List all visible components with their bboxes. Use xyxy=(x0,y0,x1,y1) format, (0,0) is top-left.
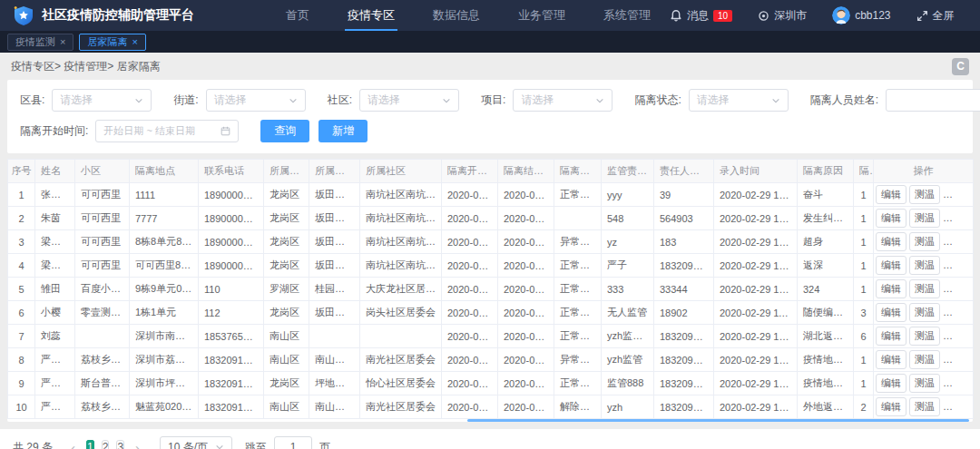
row-temperature-button[interactable]: 测温 xyxy=(909,374,940,393)
column-header: 所属街道 xyxy=(309,160,360,183)
next-page-icon[interactable]: › xyxy=(128,440,147,449)
page-size-select[interactable]: 10 条/页 xyxy=(160,436,232,449)
jump-page-input[interactable] xyxy=(274,436,312,449)
cell: 5 xyxy=(8,278,35,301)
app-logo-shield-icon xyxy=(13,5,34,26)
column-header: 操作 xyxy=(874,160,974,183)
cell: 2020-02-29 12:00:17 xyxy=(714,278,798,301)
jump-suffix-label: 页 xyxy=(319,440,330,449)
cell: 南坑社区南坑居委会 xyxy=(360,207,442,230)
cell: 548 xyxy=(602,207,654,230)
cell: 6 xyxy=(854,325,874,348)
cell: 返深 xyxy=(798,254,854,278)
row-temperature-button[interactable]: 测温 xyxy=(909,256,940,275)
page-button-2[interactable]: 2 xyxy=(102,440,110,449)
menu-item-epidemic-zone[interactable]: 疫情专区 xyxy=(328,0,414,31)
row-temperature-button[interactable]: 测温 xyxy=(909,279,940,298)
cell: 2020-02-28 xyxy=(442,183,498,207)
menu-item-system[interactable]: 系统管理 xyxy=(584,0,670,31)
menu-item-home[interactable]: 首页 xyxy=(267,0,328,31)
cell: 2020-02-29 xyxy=(498,230,554,254)
row-temperature-button[interactable]: 测温 xyxy=(909,209,940,228)
menu-item-business[interactable]: 业务管理 xyxy=(499,0,584,31)
row-temperature-button[interactable]: 测温 xyxy=(909,327,940,346)
row-temperature-button[interactable]: 测温 xyxy=(909,350,940,369)
person-name-input[interactable] xyxy=(886,89,980,112)
row-edit-button[interactable]: 编辑 xyxy=(876,279,906,298)
cell: 6 xyxy=(8,301,35,325)
cell: 2020-02-29 17:51:42 xyxy=(714,395,798,419)
cell: yzh监管 xyxy=(602,348,654,372)
messages-button[interactable]: 消息 10 xyxy=(670,8,732,24)
column-header: 隔离结束日期 xyxy=(498,160,554,183)
county-select[interactable]: 请选择 xyxy=(52,89,152,112)
row-edit-button[interactable]: 编辑 xyxy=(876,209,906,228)
tab-home-quarantine[interactable]: 居家隔离 × xyxy=(79,34,145,51)
cell: 荔枝乡荔枝... xyxy=(75,348,130,372)
row-edit-button[interactable]: 编辑 xyxy=(876,185,906,204)
prev-page-icon[interactable]: ‹ xyxy=(64,440,83,449)
close-tab-icon[interactable]: × xyxy=(60,37,65,47)
horizontal-scrollbar-thumb[interactable] xyxy=(467,419,969,422)
breadcrumb: 疫情专区> 疫情管理> 居家隔离 xyxy=(11,59,161,74)
row-temperature-button[interactable]: 测温 xyxy=(909,397,940,416)
cell: 随便编啊啊... xyxy=(798,301,854,325)
cell: 奋斗 xyxy=(798,183,854,207)
cell: 斯台普斯中心 xyxy=(75,372,130,395)
refresh-button[interactable]: C xyxy=(952,58,969,75)
cell: 2020-02-06 xyxy=(442,301,498,325)
cell xyxy=(554,207,602,230)
cell: 南坑社区南坑居委会 xyxy=(360,254,442,278)
row-edit-button[interactable]: 编辑 xyxy=(876,303,906,322)
row-edit-button[interactable]: 编辑 xyxy=(876,232,906,251)
cell: 严子惠 xyxy=(35,348,75,372)
project-select[interactable]: 请选择 xyxy=(513,89,612,112)
search-button[interactable]: 查询 xyxy=(260,120,309,142)
row-edit-button[interactable]: 编辑 xyxy=(876,350,906,369)
date-range-input[interactable]: 开始日期 ~ 结束日期 xyxy=(95,120,239,142)
row-temperature-button[interactable]: 测温 xyxy=(909,303,940,322)
cell xyxy=(75,325,130,348)
cell: 大庆龙社区居民委员会 xyxy=(360,278,442,301)
row-temperature-button[interactable]: 测温 xyxy=(909,185,940,204)
chevron-down-icon xyxy=(771,96,780,105)
row-temperature-button[interactable]: 测温 xyxy=(909,232,940,251)
cell: 可可西里 xyxy=(75,183,130,207)
cell: 坂田街道... xyxy=(309,207,360,230)
cell xyxy=(360,325,442,348)
community-select[interactable]: 请选择 xyxy=(359,89,459,112)
cell: 18320912698 xyxy=(199,348,264,372)
page-button-1[interactable]: 1 xyxy=(86,440,94,449)
cell: 333 xyxy=(602,278,654,301)
cell: 坂田街道... xyxy=(309,230,360,254)
row-edit-button[interactable]: 编辑 xyxy=(876,256,906,275)
menu-item-data-info[interactable]: 数据信息 xyxy=(414,0,499,31)
cell: 2020-02-29 16:54:20 xyxy=(714,183,798,207)
cell: 正常隔离 xyxy=(554,372,602,395)
close-tab-icon[interactable]: × xyxy=(132,37,137,47)
cell: 564903 xyxy=(654,207,714,230)
cell: yyy xyxy=(602,183,654,207)
username-label: cbb123 xyxy=(855,9,890,22)
page-button-3[interactable]: 3 xyxy=(116,440,124,449)
cell: 深圳市坪地... xyxy=(130,372,199,395)
row-edit-button[interactable]: 编辑 xyxy=(876,374,906,393)
tab-epidemic-monitor[interactable]: 疫情监测 × xyxy=(7,34,74,51)
column-header: 所属社区 xyxy=(360,160,442,183)
cell: 坪地街道... xyxy=(309,372,360,395)
column-header: 责任人电话 xyxy=(654,160,714,183)
user-menu[interactable]: cbb123 xyxy=(832,6,890,24)
cell: 18537657653 xyxy=(199,325,264,348)
cell: 正常隔离 xyxy=(554,254,602,278)
cell: 发生纠纷老师 xyxy=(798,207,854,230)
add-button[interactable]: 新增 xyxy=(318,120,368,142)
street-select[interactable]: 请选择 xyxy=(206,89,306,112)
column-header: 联系电话 xyxy=(199,160,264,183)
cell: 深圳市荔枝... xyxy=(130,348,199,372)
quarantine-status-select[interactable]: 请选择 xyxy=(689,89,789,112)
city-selector[interactable]: 深圳市 xyxy=(758,8,807,24)
fullscreen-button[interactable]: 全屏 xyxy=(916,8,955,24)
row-edit-button[interactable]: 编辑 xyxy=(876,327,906,346)
column-header: 序号 xyxy=(8,160,35,183)
row-edit-button[interactable]: 编辑 xyxy=(876,397,906,416)
